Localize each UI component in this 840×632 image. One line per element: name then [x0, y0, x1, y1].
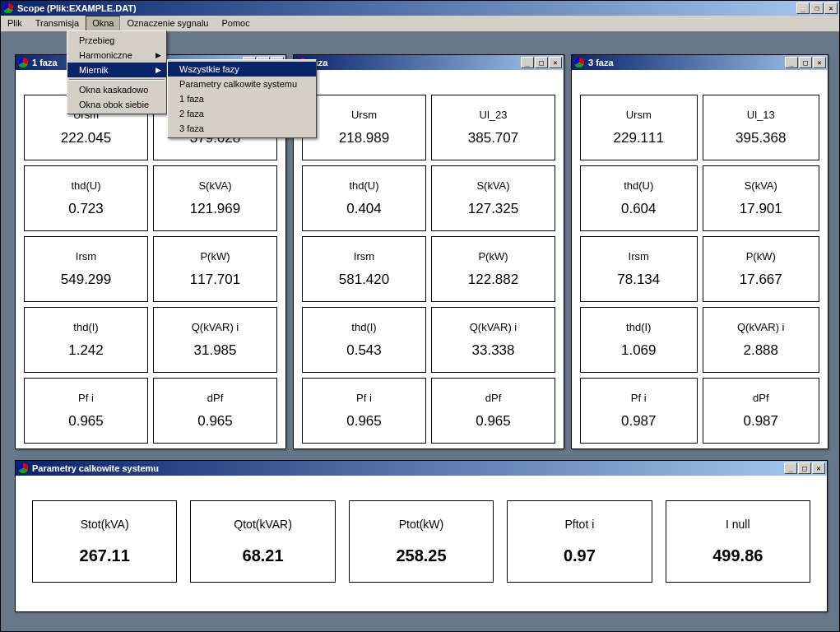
- window-2-faza-title: faza: [310, 58, 521, 67]
- meter-cell: thd(U)0.604: [580, 165, 698, 231]
- menubar: Plik Transmisja Okna Oznaczenie sygnalu …: [1, 16, 839, 32]
- meter-cell: S(kVA)17.901: [703, 165, 820, 231]
- minimize-button[interactable]: _: [796, 2, 810, 14]
- main-window-buttons: _ ❐ ✕: [796, 2, 838, 14]
- meter-value: 33.338: [472, 342, 515, 359]
- menu-item-harmoniczne[interactable]: Harmoniczne▶: [67, 48, 166, 63]
- submenu-item-3-faza[interactable]: 3 faza: [168, 121, 316, 136]
- meter-label: Ul_23: [480, 109, 508, 121]
- meter-label: thd(U): [349, 179, 378, 192]
- meter-value: 0.97: [564, 546, 596, 565]
- meter-value: 127.325: [468, 201, 518, 217]
- meter-value: 68.21: [243, 546, 284, 565]
- submenu-item-wszystkie-fazy[interactable]: Wszystkie fazy: [168, 62, 316, 77]
- meter-label: P(kW): [478, 250, 508, 263]
- minimize-button[interactable]: _: [521, 57, 534, 68]
- menu-item-kaskadowo[interactable]: Okna kaskadowo: [67, 82, 166, 97]
- meter-label: Ursm: [626, 109, 652, 121]
- mdi-area: 1 faza _ □ ✕ Ursm222.045Ul_12379.628thd(…: [1, 32, 839, 631]
- window-totals: Parametry calkowite systemu _ □ ✕ Stot(k…: [15, 460, 828, 612]
- meter-label: Ursm: [351, 109, 377, 121]
- meter-label: Pf i: [78, 392, 94, 404]
- minimize-button[interactable]: _: [784, 462, 797, 474]
- meter-value: 267.11: [80, 546, 130, 565]
- meter-cell: Pf i0.987: [580, 378, 698, 444]
- meter-value: 385.707: [468, 130, 518, 146]
- menu-plik[interactable]: Plik: [1, 16, 29, 31]
- menu-item-obok-siebie[interactable]: Okna obok siebie: [67, 97, 166, 112]
- meter-cell: dPf0.965: [431, 378, 555, 444]
- meter-label: thd(I): [626, 321, 651, 333]
- window-totals-titlebar[interactable]: Parametry calkowite systemu _ □ ✕: [16, 461, 827, 476]
- maximize-button[interactable]: □: [798, 462, 811, 474]
- meter-cell: Pftot i0.97: [507, 500, 652, 583]
- meter-value: 122.882: [468, 272, 518, 288]
- meter-value: 78.134: [617, 272, 660, 288]
- meter-cell: S(kVA)121.969: [153, 165, 277, 231]
- menu-okna-dropdown: Przebieg Harmoniczne▶ Miernik▶ Okna kask…: [67, 30, 167, 114]
- main-titlebar: Scope (Plik:EXAMPLE.DAT) _ ❐ ✕: [1, 1, 839, 16]
- window-3-faza-titlebar[interactable]: 3 faza _ □ ✕: [572, 55, 828, 70]
- submenu-item-1-faza[interactable]: 1 faza: [168, 91, 316, 106]
- menu-miernik-submenu: Wszystkie fazy Parametry calkowite syste…: [167, 59, 317, 138]
- pie-icon: [573, 57, 585, 68]
- meter-cell: thd(I)1.069: [580, 307, 698, 373]
- meter-cell: Irsm78.134: [580, 236, 698, 302]
- close-button[interactable]: ✕: [812, 462, 825, 474]
- app-icon: [2, 2, 14, 14]
- meter-label: Stot(kVA): [81, 518, 129, 531]
- meter-cell: Ptot(kW)258.25: [349, 500, 494, 583]
- meter-value: 0.723: [68, 201, 104, 217]
- meter-cell: Ul_23385.707: [431, 95, 555, 160]
- meter-value: 258.25: [396, 546, 446, 565]
- meter-cell: Qtot(kVAR)68.21: [190, 500, 335, 583]
- meter-label: Qtot(kVAR): [234, 518, 292, 531]
- submenu-item-parametry-calkowite[interactable]: Parametry calkowite systemu: [168, 77, 316, 91]
- meter-cell: I null499.86: [666, 500, 810, 583]
- meter-cell: Q(kVAR) i2.888: [703, 307, 820, 373]
- submenu-arrow-icon: ▶: [155, 66, 161, 74]
- close-button[interactable]: ✕: [824, 2, 838, 14]
- meter-label: Pf i: [631, 392, 647, 404]
- meter-value: 31.985: [194, 342, 237, 359]
- maximize-button[interactable]: ❐: [810, 2, 824, 14]
- meter-cell: Stot(kVA)267.11: [32, 500, 177, 583]
- meter-label: dPf: [485, 392, 502, 404]
- submenu-item-2-faza[interactable]: 2 faza: [168, 106, 316, 121]
- menu-pomoc[interactable]: Pomoc: [215, 16, 256, 31]
- meter-value: 395.368: [736, 130, 786, 146]
- pie-icon: [17, 462, 29, 474]
- menu-okna[interactable]: Okna: [86, 16, 120, 31]
- meter-value: 0.965: [197, 413, 233, 430]
- meter-value: 0.604: [621, 201, 657, 217]
- meter-cell: dPf0.965: [153, 378, 277, 444]
- menu-transmisja[interactable]: Transmisja: [29, 16, 86, 31]
- meter-value: 121.969: [190, 201, 240, 217]
- meter-value: 0.987: [743, 413, 778, 430]
- menu-item-miernik[interactable]: Miernik▶: [67, 63, 166, 77]
- meter-cell: P(kW)17.667: [703, 236, 820, 302]
- menu-oznaczenie[interactable]: Oznaczenie sygnalu: [120, 16, 215, 31]
- meter-value: 1.069: [621, 342, 657, 359]
- meter-value: 581.420: [339, 272, 389, 288]
- minimize-button[interactable]: _: [785, 57, 798, 68]
- close-button[interactable]: ✕: [813, 57, 826, 68]
- meter-label: dPf: [753, 392, 769, 404]
- meter-label: Pftot i: [564, 518, 594, 531]
- meter-cell: S(kVA)127.325: [431, 165, 555, 231]
- meter-cell: P(kW)122.882: [431, 236, 555, 302]
- meter-value: 0.965: [68, 413, 104, 430]
- meter-cell: Pf i0.965: [302, 378, 426, 444]
- maximize-button[interactable]: □: [535, 57, 548, 68]
- meter-cell: P(kW)117.701: [153, 236, 277, 302]
- window-2-faza-titlebar[interactable]: faza _ □ ✕: [294, 55, 564, 70]
- meter-label: Ptot(kW): [399, 518, 443, 531]
- meter-value: 0.543: [346, 342, 382, 359]
- menu-item-przebieg[interactable]: Przebieg: [67, 33, 166, 48]
- close-button[interactable]: ✕: [549, 57, 562, 68]
- maximize-button[interactable]: □: [799, 57, 812, 68]
- menu-separator: [69, 79, 165, 81]
- meter-cell: Ursm229.111: [580, 95, 698, 160]
- window-3-faza: 3 faza _ □ ✕ Ursm229.111Ul_13395.368thd(…: [571, 54, 828, 449]
- meter-label: Q(kVAR) i: [192, 321, 239, 333]
